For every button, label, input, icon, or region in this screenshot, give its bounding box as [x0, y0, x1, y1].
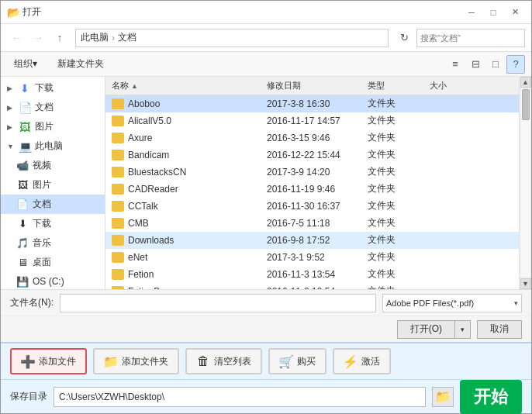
download-icon: ⬇ [19, 82, 31, 95]
open-button-group: 打开(O) ▾ [397, 320, 471, 339]
save-path-display: C:\Users\XZWH\Desktop\ [54, 387, 426, 407]
folder-icon [112, 150, 124, 160]
close-button[interactable]: ✕ [505, 2, 525, 22]
search-input[interactable] [420, 33, 527, 43]
expand-icon: ▶ [7, 123, 15, 131]
sidebar: ▶ ⬇ 下载 ▶ 📄 文档 ▶ 🖼 图片 ▼ 💻 此电脑 [1, 77, 105, 289]
table-row[interactable]: Bandicam 2016-12-22 15:44 文件夹 [105, 147, 519, 164]
search-box: 🔍 [416, 29, 525, 47]
start-button[interactable]: 开始 [460, 380, 522, 414]
save-folder-icon: 📁 [435, 389, 451, 404]
table-row[interactable]: Fetion 2016-11-3 13:54 文件夹 [105, 266, 519, 283]
sidebar-quick-access: ▶ ⬇ 下载 ▶ 📄 文档 ▶ 🖼 图片 ▼ 💻 此电脑 [1, 77, 105, 289]
table-row[interactable]: BluestacksCN 2017-3-9 14:20 文件夹 [105, 164, 519, 181]
folder-icon [112, 116, 124, 126]
table-row[interactable]: CADReader 2016-11-19 9:46 文件夹 [105, 181, 519, 198]
window-title: 打开 [22, 5, 41, 19]
sidebar-item-desktop[interactable]: 🖥 桌面 [1, 253, 105, 272]
sidebar-item-docs[interactable]: ▶ 📄 文档 [1, 98, 105, 117]
col-name-header[interactable]: 名称 ▲ [112, 80, 267, 91]
sidebar-item-dl2[interactable]: ⬇ 下载 [1, 214, 105, 233]
sidebar-label: OS (C:) [33, 276, 64, 287]
folder-icon [112, 252, 124, 263]
sidebar-label: 此电脑 [35, 140, 63, 153]
scroll-thumb[interactable] [522, 89, 530, 120]
sidebar-item-music[interactable]: 🎵 音乐 [1, 233, 105, 253]
sidebar-label: 图片 [33, 178, 51, 191]
view-buttons: ≡ ⊟ □ ? [446, 55, 525, 74]
sidebar-item-pictures[interactable]: 🖼 图片 [1, 175, 105, 195]
add-file-icon: ➕ [21, 354, 35, 368]
filename-input[interactable] [60, 294, 376, 312]
table-row[interactable]: Aboboo 2017-3-8 16:30 文件夹 [105, 95, 519, 112]
view-pane-button[interactable]: □ [486, 55, 505, 74]
expand-icon: ▼ [7, 143, 15, 150]
title-bar-controls: ─ □ ✕ [461, 2, 525, 22]
add-folder-button[interactable]: 📁 添加文件夹 [93, 348, 179, 374]
organize-button[interactable]: 组织▾ [7, 55, 44, 74]
table-row[interactable]: eNet 2017-3-1 9:52 文件夹 [105, 249, 519, 266]
forward-button[interactable]: → [29, 29, 47, 47]
scrollbar: ▲ ▼ [519, 77, 531, 289]
table-row[interactable]: AlicallV5.0 2016-11-17 14:57 文件夹 [105, 112, 519, 129]
table-row[interactable]: Downloads 2016-9-8 17:52 文件夹 [105, 232, 519, 249]
sidebar-item-downloads[interactable]: ▶ ⬇ 下载 [1, 78, 105, 98]
sidebar-item-computer[interactable]: ▼ 💻 此电脑 [1, 136, 105, 156]
sidebar-item-os-c[interactable]: 💾 OS (C:) [1, 272, 105, 289]
clear-icon: 🗑 [196, 354, 210, 368]
add-file-button[interactable]: ➕ 添加文件 [10, 348, 87, 374]
main-content: ▶ ⬇ 下载 ▶ 📄 文档 ▶ 🖼 图片 ▼ 💻 此电脑 [1, 77, 531, 289]
buy-button[interactable]: 🛒 购买 [268, 348, 326, 374]
window-icon: 📂 [7, 6, 19, 19]
back-button[interactable]: ← [7, 29, 26, 47]
table-row[interactable]: FetionBox 2016-11-3 13:54 文件夹 [105, 283, 519, 289]
open-button[interactable]: 打开(O) [397, 320, 455, 339]
scroll-up-button[interactable]: ▲ [520, 77, 531, 88]
up-button[interactable]: ↑ [50, 29, 69, 47]
secondary-toolbar: 组织▾ 新建文件夹 ≡ ⊟ □ ? [1, 52, 531, 77]
table-row[interactable]: Axure 2016-3-15 9:46 文件夹 [105, 129, 519, 147]
cancel-button[interactable]: 取消 [477, 320, 522, 339]
col-size-header[interactable]: 大小 [430, 80, 476, 91]
sidebar-label: 下载 [35, 81, 54, 95]
sidebar-item-video[interactable]: 📹 视频 [1, 156, 105, 175]
refresh-button[interactable]: ↻ [395, 29, 413, 47]
folder-icon [112, 286, 124, 290]
col-type-header[interactable]: 类型 [368, 80, 430, 91]
activate-icon: ⚡ [344, 354, 358, 368]
table-row[interactable]: CMB 2016-7-5 11:18 文件夹 [105, 215, 519, 232]
scroll-down-button[interactable]: ▼ [520, 278, 531, 289]
expand-icon: ▶ [7, 104, 15, 112]
folder-icon [112, 201, 124, 212]
minimize-button[interactable]: ─ [461, 2, 482, 22]
clear-list-button[interactable]: 🗑 清空列表 [185, 348, 262, 374]
breadcrumb-sep: › [112, 33, 115, 43]
sidebar-item-photos[interactable]: ▶ 🖼 图片 [1, 117, 105, 136]
view-detail-button[interactable]: ≡ [446, 55, 465, 74]
maximize-button[interactable]: □ [483, 2, 503, 22]
add-folder-icon: 📁 [104, 354, 118, 368]
scroll-track[interactable] [521, 89, 530, 277]
video-icon: 📹 [16, 160, 29, 172]
docs2-icon: 📄 [16, 198, 29, 211]
breadcrumb-root: 此电脑 [81, 31, 109, 44]
music-icon: 🎵 [16, 237, 29, 250]
folder-icon [112, 98, 124, 109]
save-folder-button[interactable]: 📁 [432, 387, 454, 407]
help-button[interactable]: ? [506, 55, 525, 74]
breadcrumb-bar[interactable]: 此电脑 › 文档 [75, 29, 389, 47]
file-list-container: 名称 ▲ 修改日期 类型 大小 Aboboo 2017-3-8 16:30 文件… [105, 77, 519, 289]
view-icon-button[interactable]: ⊟ [466, 55, 485, 74]
file-list: Aboboo 2017-3-8 16:30 文件夹 AlicallV5.0 20… [105, 95, 519, 289]
sidebar-item-docs2[interactable]: 📄 文档 [1, 195, 105, 214]
filename-label: 文件名(N): [10, 296, 54, 309]
open-dropdown-button[interactable]: ▾ [455, 320, 471, 339]
filetype-dropdown[interactable]: Adobe PDF Files(*.pdf) ▾ [382, 294, 522, 312]
col-date-header[interactable]: 修改日期 [267, 80, 368, 91]
folder-icon [112, 184, 124, 195]
expand-icon: ▶ [7, 85, 15, 92]
new-folder-button[interactable]: 新建文件夹 [50, 55, 111, 74]
disk-icon: 💾 [16, 275, 29, 288]
activate-button[interactable]: ⚡ 激活 [333, 348, 391, 374]
table-row[interactable]: CCTalk 2016-11-30 16:37 文件夹 [105, 198, 519, 215]
